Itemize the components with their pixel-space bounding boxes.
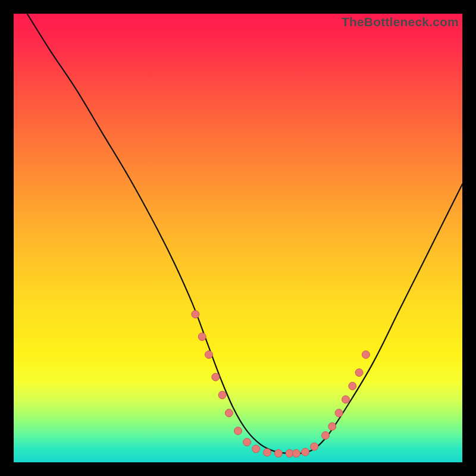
curve-marker: [302, 448, 309, 456]
curve-marker: [225, 409, 233, 417]
curve-marker: [243, 439, 251, 446]
curve-marker: [198, 333, 206, 340]
chart-frame: TheBottleneck.com: [0, 0, 476, 476]
curve-marker: [355, 369, 363, 377]
curve-marker: [234, 427, 242, 435]
curve-marker: [362, 351, 369, 359]
curve-marker: [328, 422, 336, 430]
curve-marker: [293, 449, 300, 457]
curve-marker: [212, 373, 220, 381]
plot-area: TheBottleneck.com: [14, 14, 462, 462]
curve-marker: [192, 311, 199, 318]
curve-marker: [311, 443, 318, 450]
curve-marker: [274, 449, 282, 457]
curve-markers: [192, 311, 370, 458]
curve-marker: [342, 396, 350, 403]
curve-marker: [252, 445, 260, 453]
chart-svg: [14, 14, 462, 462]
curve-marker: [218, 391, 226, 399]
curve-marker: [264, 449, 271, 456]
curve-marker: [322, 431, 330, 439]
curve-marker: [205, 351, 213, 359]
curve-marker: [335, 409, 343, 417]
curve-marker: [349, 382, 356, 390]
bottleneck-curve: [27, 14, 462, 454]
